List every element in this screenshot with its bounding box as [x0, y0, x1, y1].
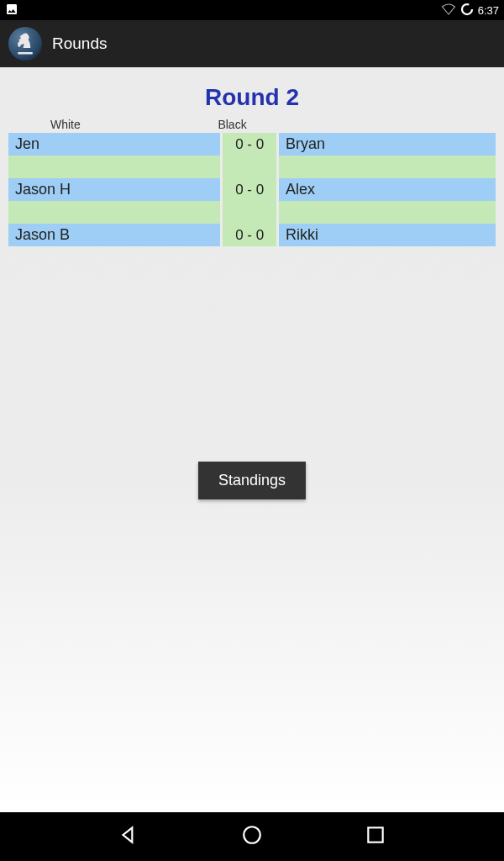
wifi-icon — [441, 2, 456, 19]
black-player: Alex — [279, 178, 496, 201]
round-title: Round 2 — [0, 67, 504, 116]
pairings-list: Jen 0 - 0 Bryan Jason H 0 - 0 Alex Jason… — [8, 133, 496, 246]
table-header: White Black — [8, 116, 496, 133]
pairing-row[interactable]: Jason B 0 - 0 Rikki — [8, 224, 496, 246]
recent-icon[interactable] — [365, 824, 386, 849]
black-player: Bryan — [279, 133, 496, 156]
gap-row — [8, 156, 496, 178]
white-player: Jason B — [8, 224, 220, 246]
app-title: Rounds — [52, 34, 108, 53]
action-bar: Rounds — [0, 20, 504, 67]
svg-point-0 — [462, 4, 472, 14]
score-cell: 0 - 0 — [223, 178, 276, 201]
picture-icon — [5, 3, 18, 18]
svg-rect-2 — [368, 827, 382, 842]
home-icon[interactable] — [241, 824, 263, 849]
app-knight-icon — [8, 27, 42, 61]
black-player: Rikki — [279, 224, 496, 246]
content-area: Round 2 White Black Jen 0 - 0 Bryan Jaso… — [0, 67, 504, 812]
back-icon[interactable] — [118, 824, 139, 849]
status-bar: 6:37 — [0, 0, 504, 20]
navigation-bar — [0, 812, 504, 861]
score-cell: 0 - 0 — [223, 224, 276, 246]
svg-point-1 — [244, 827, 260, 843]
white-player: Jason H — [8, 178, 220, 201]
status-time: 6:37 — [478, 4, 499, 17]
pairing-row[interactable]: Jen 0 - 0 Bryan — [8, 133, 496, 156]
header-white: White — [8, 118, 218, 131]
header-black: Black — [218, 118, 276, 131]
pairing-row[interactable]: Jason H 0 - 0 Alex — [8, 178, 496, 201]
loading-icon — [459, 2, 475, 19]
white-player: Jen — [8, 133, 220, 156]
standings-button[interactable]: Standings — [198, 462, 306, 499]
score-cell: 0 - 0 — [223, 133, 276, 156]
gap-row — [8, 201, 496, 224]
